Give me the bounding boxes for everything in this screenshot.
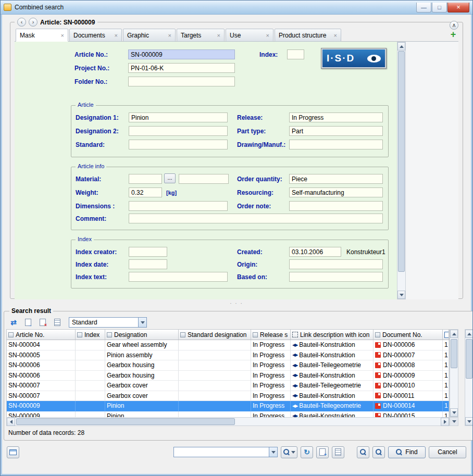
cell-link: ◀▶Bauteil-Teilegeometrie (291, 381, 374, 391)
scroll-up-button[interactable] (397, 42, 405, 51)
outer-v-scrollbar[interactable] (465, 329, 473, 426)
v-scrollbar[interactable] (450, 329, 458, 417)
article-no-field[interactable] (128, 49, 235, 59)
find-button[interactable]: Find (388, 446, 426, 458)
material-field-2[interactable] (179, 174, 229, 184)
close-button[interactable]: × (447, 3, 469, 12)
dropdown-arrow-icon[interactable] (269, 447, 277, 457)
new-document-button[interactable]: + (316, 446, 329, 458)
scroll-thumb[interactable] (398, 51, 405, 272)
column-header-release[interactable]: Release s (251, 330, 291, 340)
collapse-button[interactable]: ∧ (450, 21, 458, 30)
column-header-link-description[interactable]: Link description with icon (291, 330, 374, 340)
designation1-field[interactable] (129, 112, 228, 122)
forward-button[interactable]: › (29, 18, 38, 27)
material-field[interactable] (129, 174, 162, 184)
cancel-button[interactable]: Cancel (429, 446, 466, 458)
refresh-results-button[interactable]: ⇄ (7, 317, 20, 328)
scroll-up-button[interactable] (450, 330, 458, 338)
dropdown-arrow-icon[interactable] (138, 318, 146, 327)
report-button[interactable] (51, 317, 64, 328)
tab-close-icon[interactable]: × (266, 32, 269, 39)
scroll-down-button[interactable] (450, 408, 458, 417)
release-field[interactable] (289, 112, 383, 122)
add-tab-button[interactable]: + (448, 30, 458, 39)
splitter-handle[interactable]: · · · (1, 299, 472, 307)
created-field[interactable] (289, 247, 341, 257)
scroll-down-button[interactable] (397, 291, 405, 299)
index-text-field[interactable] (129, 272, 228, 282)
scroll-up-button[interactable] (465, 330, 473, 338)
project-no-field[interactable] (128, 63, 235, 73)
column-header-designation[interactable]: Designation (105, 330, 179, 340)
back-button[interactable]: ‹ (17, 18, 26, 27)
part-type-field[interactable] (289, 126, 383, 136)
result-filter-dropdown[interactable]: Standard (69, 317, 147, 328)
export-button[interactable]: → (22, 317, 34, 328)
table-row[interactable]: SN-000004Gear wheel assemblyIn Progress◀… (7, 340, 449, 350)
tab-close-icon[interactable]: × (115, 32, 118, 39)
column-header-count[interactable] (443, 330, 449, 340)
based-on-field[interactable] (289, 272, 383, 282)
v-scroll-thumb[interactable] (451, 339, 457, 368)
tab-targets[interactable]: Targets × (177, 29, 225, 42)
tab-use[interactable]: Use × (226, 29, 273, 42)
index-field[interactable] (287, 49, 304, 59)
refresh-button[interactable]: ↻ (301, 446, 313, 458)
outer-scroll-thumb[interactable] (466, 339, 472, 379)
tab-close-icon[interactable]: × (217, 32, 220, 39)
scroll-track[interactable] (397, 51, 405, 291)
folder-no-field[interactable] (128, 77, 235, 86)
table-row[interactable]: SN-000007Gearbox coverIn Progress◀▶Baute… (7, 381, 449, 391)
preview-button[interactable] (372, 446, 385, 458)
table-row[interactable]: SN-000005Pinion assemblyIn Progress◀▶Bau… (7, 350, 449, 361)
column-header-article-no[interactable]: Article No. (7, 330, 76, 340)
index-creator-field[interactable] (129, 247, 167, 257)
h-scroll-thumb[interactable] (16, 418, 235, 425)
tab-product-structure[interactable]: Product structure × (275, 29, 341, 42)
resourcing-field[interactable] (289, 187, 383, 197)
table-row[interactable]: SN-000007Gearbox coverIn Progress◀▶Baute… (7, 391, 449, 402)
table-row[interactable]: SN-000006Gearbox housingIn Progress◀▶Bau… (7, 360, 449, 371)
tab-mask[interactable]: Mask × (16, 29, 68, 42)
designation2-field[interactable] (129, 126, 228, 136)
dimensions-field[interactable] (129, 201, 228, 211)
document-type-icon (375, 403, 381, 409)
tab-graphic[interactable]: Graphic × (123, 29, 176, 42)
open-document-button[interactable] (332, 446, 344, 458)
order-note-field[interactable] (289, 201, 383, 211)
table-row[interactable]: SN-000009PinionIn Progress◀▶Bauteil-Teil… (7, 401, 449, 411)
material-browse-button[interactable]: ... (164, 173, 176, 183)
column-header-standard-designation[interactable]: Standard designation (179, 330, 251, 340)
minimize-button[interactable]: — (416, 3, 431, 12)
standard-field[interactable] (129, 140, 228, 149)
order-quantity-field[interactable] (289, 174, 383, 184)
origin-field[interactable] (289, 259, 383, 269)
result-window-button[interactable] (7, 446, 19, 458)
comment-field[interactable] (129, 214, 383, 223)
column-header-index[interactable]: Index (76, 330, 105, 340)
tab-close-icon[interactable]: × (334, 32, 337, 39)
footer-dropdown[interactable] (173, 447, 278, 457)
zoom-result-button[interactable] (357, 446, 369, 458)
weight-field[interactable] (129, 187, 162, 197)
index-date-field[interactable] (129, 259, 167, 269)
table-row[interactable]: SN-000009PinionIn Progress◀▶Bauteil-Kons… (7, 411, 449, 418)
scroll-down-button[interactable] (465, 417, 473, 425)
delete-result-button[interactable]: × (36, 317, 49, 328)
form-scrollbar[interactable] (397, 42, 406, 299)
cell-document-no: DN-000011 (374, 391, 443, 402)
titlebar[interactable]: Combined search — □ × (1, 1, 472, 15)
search-result-panel: Search result ⇄ → × Standard Article No.… (4, 307, 473, 441)
h-scrollbar[interactable] (6, 417, 450, 426)
drawing-field[interactable] (289, 140, 383, 149)
table-row[interactable]: SN-000006Gearbox housingIn Progress◀▶Bau… (7, 371, 449, 381)
column-header-document-no[interactable]: Document No. (374, 330, 443, 340)
tab-documents[interactable]: Documents × (69, 29, 122, 42)
maximize-button[interactable]: □ (432, 3, 447, 12)
scroll-right-button[interactable] (441, 418, 449, 426)
scroll-left-button[interactable] (7, 418, 15, 426)
search-options-button[interactable] (281, 446, 297, 458)
tab-close-icon[interactable]: × (61, 32, 64, 39)
tab-close-icon[interactable]: × (168, 32, 171, 39)
